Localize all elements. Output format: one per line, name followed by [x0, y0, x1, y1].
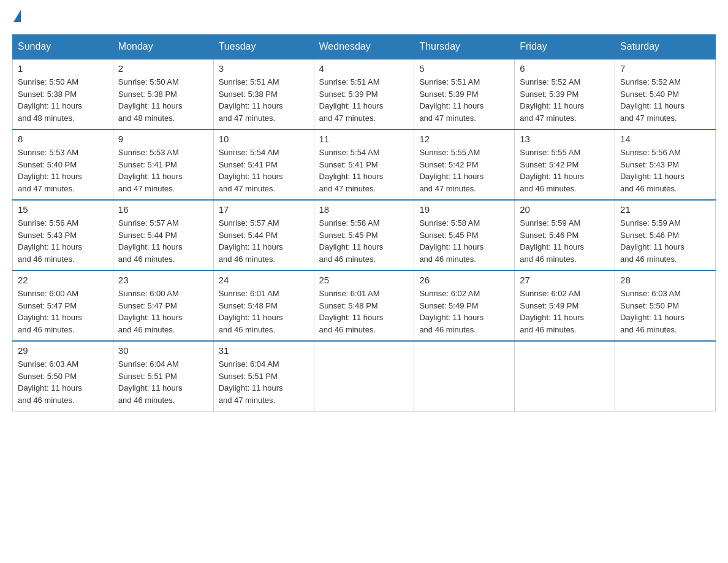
column-header-wednesday: Wednesday — [314, 35, 414, 59]
calendar-cell: 27Sunrise: 6:02 AMSunset: 5:49 PMDayligh… — [515, 270, 615, 341]
day-info: Sunrise: 5:55 AMSunset: 5:42 PMDaylight:… — [520, 148, 584, 193]
day-info: Sunrise: 5:58 AMSunset: 5:45 PMDaylight:… — [319, 218, 384, 264]
day-info: Sunrise: 5:53 AMSunset: 5:41 PMDaylight:… — [118, 148, 183, 193]
calendar-cell: 3Sunrise: 5:51 AMSunset: 5:38 PMDaylight… — [213, 59, 314, 129]
column-header-monday: Monday — [113, 35, 213, 59]
column-header-tuesday: Tuesday — [213, 35, 314, 59]
calendar-cell: 18Sunrise: 5:58 AMSunset: 5:45 PMDayligh… — [314, 200, 414, 270]
day-number: 20 — [520, 204, 610, 215]
day-info: Sunrise: 6:01 AMSunset: 5:48 PMDaylight:… — [219, 289, 283, 334]
day-number: 3 — [219, 63, 309, 74]
calendar-cell: 22Sunrise: 6:00 AMSunset: 5:47 PMDayligh… — [13, 270, 113, 341]
day-info: Sunrise: 6:03 AMSunset: 5:50 PMDaylight:… — [620, 289, 684, 334]
day-number: 21 — [620, 204, 710, 215]
calendar-cell: 25Sunrise: 6:01 AMSunset: 5:48 PMDayligh… — [314, 270, 414, 341]
day-info: Sunrise: 5:51 AMSunset: 5:38 PMDaylight:… — [219, 77, 283, 123]
day-number: 17 — [219, 204, 309, 215]
day-info: Sunrise: 5:57 AMSunset: 5:44 PMDaylight:… — [118, 218, 183, 264]
calendar-week-row: 8Sunrise: 5:53 AMSunset: 5:40 PMDaylight… — [13, 129, 716, 200]
day-info: Sunrise: 6:02 AMSunset: 5:49 PMDaylight:… — [520, 289, 584, 334]
day-number: 30 — [118, 345, 208, 356]
calendar-cell: 13Sunrise: 5:55 AMSunset: 5:42 PMDayligh… — [515, 129, 615, 200]
day-info: Sunrise: 6:00 AMSunset: 5:47 PMDaylight:… — [118, 289, 183, 334]
column-header-friday: Friday — [515, 35, 615, 59]
calendar-cell: 21Sunrise: 5:59 AMSunset: 5:46 PMDayligh… — [615, 200, 716, 270]
day-number: 5 — [419, 63, 509, 74]
day-info: Sunrise: 5:51 AMSunset: 5:39 PMDaylight:… — [319, 77, 384, 123]
calendar-cell: 20Sunrise: 5:59 AMSunset: 5:46 PMDayligh… — [515, 200, 615, 270]
day-info: Sunrise: 5:54 AMSunset: 5:41 PMDaylight:… — [219, 148, 283, 193]
calendar-cell — [615, 341, 716, 412]
calendar-cell: 23Sunrise: 6:00 AMSunset: 5:47 PMDayligh… — [113, 270, 213, 341]
calendar-cell: 17Sunrise: 5:57 AMSunset: 5:44 PMDayligh… — [213, 200, 314, 270]
calendar-cell: 19Sunrise: 5:58 AMSunset: 5:45 PMDayligh… — [414, 200, 515, 270]
calendar-table: SundayMondayTuesdayWednesdayThursdayFrid… — [12, 34, 716, 412]
column-header-thursday: Thursday — [414, 35, 515, 59]
day-info: Sunrise: 5:59 AMSunset: 5:46 PMDaylight:… — [620, 218, 684, 264]
day-info: Sunrise: 5:57 AMSunset: 5:44 PMDaylight:… — [219, 218, 283, 264]
day-info: Sunrise: 5:58 AMSunset: 5:45 PMDaylight:… — [419, 218, 483, 264]
calendar-week-row: 29Sunrise: 6:03 AMSunset: 5:50 PMDayligh… — [13, 341, 716, 412]
day-info: Sunrise: 6:03 AMSunset: 5:50 PMDaylight:… — [18, 359, 82, 405]
day-number: 26 — [419, 275, 509, 285]
calendar-cell: 5Sunrise: 5:51 AMSunset: 5:39 PMDaylight… — [414, 59, 515, 129]
day-number: 4 — [319, 63, 409, 74]
calendar-cell: 7Sunrise: 5:52 AMSunset: 5:40 PMDaylight… — [615, 59, 716, 129]
calendar-cell — [314, 341, 414, 412]
day-number: 13 — [520, 134, 610, 144]
calendar-cell — [515, 341, 615, 412]
calendar-header-row: SundayMondayTuesdayWednesdayThursdayFrid… — [13, 35, 716, 59]
calendar-cell: 16Sunrise: 5:57 AMSunset: 5:44 PMDayligh… — [113, 200, 213, 270]
day-number: 6 — [520, 63, 610, 74]
day-number: 29 — [18, 345, 108, 356]
day-number: 8 — [18, 134, 108, 144]
calendar-cell: 2Sunrise: 5:50 AMSunset: 5:38 PMDaylight… — [113, 59, 213, 129]
calendar-cell: 11Sunrise: 5:54 AMSunset: 5:41 PMDayligh… — [314, 129, 414, 200]
day-number: 1 — [18, 63, 108, 74]
day-number: 24 — [219, 275, 309, 285]
calendar-week-row: 1Sunrise: 5:50 AMSunset: 5:38 PMDaylight… — [13, 59, 716, 129]
logo-triangle-icon — [13, 10, 21, 22]
day-info: Sunrise: 5:54 AMSunset: 5:41 PMDaylight:… — [319, 148, 384, 193]
day-number: 23 — [118, 275, 208, 285]
day-number: 31 — [219, 345, 309, 356]
calendar-cell: 8Sunrise: 5:53 AMSunset: 5:40 PMDaylight… — [13, 129, 113, 200]
day-info: Sunrise: 5:59 AMSunset: 5:46 PMDaylight:… — [520, 218, 584, 264]
calendar-week-row: 22Sunrise: 6:00 AMSunset: 5:47 PMDayligh… — [13, 270, 716, 341]
calendar-cell: 26Sunrise: 6:02 AMSunset: 5:49 PMDayligh… — [414, 270, 515, 341]
day-number: 12 — [419, 134, 509, 144]
calendar-cell: 30Sunrise: 6:04 AMSunset: 5:51 PMDayligh… — [113, 341, 213, 412]
day-info: Sunrise: 6:04 AMSunset: 5:51 PMDaylight:… — [118, 359, 183, 405]
day-info: Sunrise: 5:50 AMSunset: 5:38 PMDaylight:… — [118, 77, 183, 123]
calendar-cell: 15Sunrise: 5:56 AMSunset: 5:43 PMDayligh… — [13, 200, 113, 270]
day-info: Sunrise: 5:52 AMSunset: 5:39 PMDaylight:… — [520, 77, 584, 123]
day-info: Sunrise: 5:56 AMSunset: 5:43 PMDaylight:… — [620, 148, 684, 193]
day-info: Sunrise: 6:04 AMSunset: 5:51 PMDaylight:… — [219, 359, 283, 405]
day-number: 25 — [319, 275, 409, 285]
day-info: Sunrise: 5:52 AMSunset: 5:40 PMDaylight:… — [620, 77, 684, 123]
day-info: Sunrise: 5:56 AMSunset: 5:43 PMDaylight:… — [18, 218, 82, 264]
calendar-cell: 4Sunrise: 5:51 AMSunset: 5:39 PMDaylight… — [314, 59, 414, 129]
calendar-cell: 14Sunrise: 5:56 AMSunset: 5:43 PMDayligh… — [615, 129, 716, 200]
day-number: 22 — [18, 275, 108, 285]
calendar-cell: 28Sunrise: 6:03 AMSunset: 5:50 PMDayligh… — [615, 270, 716, 341]
day-info: Sunrise: 5:55 AMSunset: 5:42 PMDaylight:… — [419, 148, 483, 193]
calendar-cell: 9Sunrise: 5:53 AMSunset: 5:41 PMDaylight… — [113, 129, 213, 200]
day-number: 15 — [18, 204, 108, 215]
day-number: 11 — [319, 134, 409, 144]
day-number: 28 — [620, 275, 710, 285]
calendar-cell: 29Sunrise: 6:03 AMSunset: 5:50 PMDayligh… — [13, 341, 113, 412]
calendar-cell: 6Sunrise: 5:52 AMSunset: 5:39 PMDaylight… — [515, 59, 615, 129]
day-number: 18 — [319, 204, 409, 215]
calendar-cell: 24Sunrise: 6:01 AMSunset: 5:48 PMDayligh… — [213, 270, 314, 341]
day-info: Sunrise: 6:01 AMSunset: 5:48 PMDaylight:… — [319, 289, 384, 334]
day-info: Sunrise: 6:00 AMSunset: 5:47 PMDaylight:… — [18, 289, 82, 334]
logo — [12, 12, 21, 22]
day-number: 2 — [118, 63, 208, 74]
day-number: 27 — [520, 275, 610, 285]
calendar-cell: 12Sunrise: 5:55 AMSunset: 5:42 PMDayligh… — [414, 129, 515, 200]
day-number: 9 — [118, 134, 208, 144]
calendar-cell: 1Sunrise: 5:50 AMSunset: 5:38 PMDaylight… — [13, 59, 113, 129]
day-number: 10 — [219, 134, 309, 144]
day-info: Sunrise: 6:02 AMSunset: 5:49 PMDaylight:… — [419, 289, 483, 334]
